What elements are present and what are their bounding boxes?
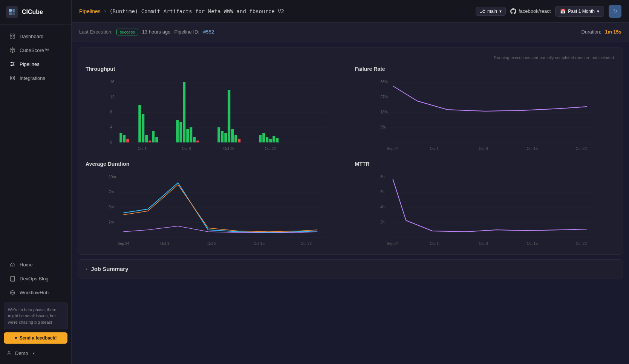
execution-info: Last Execution: success 13 hours ago Pip…: [79, 29, 214, 35]
svg-rect-0: [9, 9, 12, 12]
refresh-button[interactable]: ↻: [609, 5, 621, 18]
svg-rect-27: [142, 114, 144, 142]
svg-text:27%: 27%: [380, 95, 388, 99]
svg-text:Oct 1: Oct 1: [430, 147, 439, 151]
sidebar-item-pipelines[interactable]: Pipelines: [3, 57, 68, 71]
svg-rect-41: [224, 133, 227, 142]
time-filter-chevron-icon: ▾: [597, 9, 599, 14]
svg-point-9: [13, 64, 14, 65]
failure-rate-title: Failure Rate: [355, 66, 615, 72]
beta-message: We're in beta phase; there might be smal…: [4, 303, 67, 330]
svg-text:Sep 24: Sep 24: [387, 242, 399, 246]
pipelines-link[interactable]: Pipelines: [79, 8, 101, 14]
sidebar-item-cubescore[interactable]: CubeScore™: [3, 43, 68, 57]
pipeline-id-link[interactable]: #552: [203, 29, 214, 35]
svg-text:2m: 2m: [109, 220, 114, 224]
charts-note: Running executions and partially complet…: [86, 55, 615, 60]
svg-text:Oct 1: Oct 1: [160, 242, 169, 246]
avg-duration-title: Average Duration: [86, 161, 346, 167]
mttr-title: MTTR: [355, 161, 615, 167]
svg-rect-38: [196, 141, 199, 142]
svg-text:Oct 15: Oct 15: [526, 147, 538, 151]
sidebar-item-workflowhub[interactable]: WorkflowHub: [3, 286, 68, 300]
svg-rect-33: [179, 122, 182, 142]
svg-rect-44: [234, 135, 237, 142]
svg-rect-28: [145, 135, 148, 142]
feedback-button[interactable]: ♥ Send a feedback!: [4, 332, 67, 344]
svg-text:18%: 18%: [380, 110, 388, 114]
failure-rate-chart: Failure Rate 36% 27% 18% 9%: [355, 66, 615, 152]
sidebar-logo: CICube: [0, 0, 71, 24]
svg-rect-40: [221, 131, 223, 142]
svg-rect-6: [10, 37, 12, 38]
svg-text:Oct 1: Oct 1: [430, 242, 439, 246]
time-filter-label: Past 1 Month: [568, 9, 595, 14]
repo-name: facebook/react: [519, 8, 551, 14]
svg-rect-46: [259, 135, 262, 142]
avg-duration-chart: Average Duration 10m 7m 5m 2m: [86, 161, 346, 247]
refresh-icon: ↻: [613, 8, 617, 14]
svg-text:4h: 4h: [380, 205, 384, 209]
feedback-label: Send a feedback!: [20, 335, 57, 341]
avg-duration-svg: 10m 7m 5m 2m: [86, 171, 346, 247]
sidebar-item-integrations[interactable]: Integrations: [3, 71, 68, 85]
svg-rect-24: [123, 135, 125, 142]
svg-rect-32: [176, 120, 179, 142]
sidebar-item-home[interactable]: Home: [3, 258, 68, 272]
mttr-svg: 8h 6h 4h 2h Sep 24 Oct: [355, 171, 615, 247]
svg-text:Oct 15: Oct 15: [526, 242, 538, 246]
charts-panel: Running executions and partially complet…: [78, 47, 623, 255]
last-exec-label: Last Execution:: [79, 29, 113, 35]
svg-text:Oct 22: Oct 22: [265, 147, 276, 151]
demo-item[interactable]: Demo ▾: [0, 347, 71, 359]
svg-text:8h: 8h: [380, 175, 384, 179]
repo-link[interactable]: facebook/react: [510, 8, 551, 14]
devops-blog-label: DevOps Blog: [20, 276, 49, 281]
integrations-icon: [9, 75, 16, 81]
book-icon: [9, 275, 16, 282]
svg-rect-49: [269, 139, 272, 142]
svg-rect-4: [10, 34, 12, 36]
svg-text:36%: 36%: [380, 80, 388, 84]
svg-text:5m: 5m: [109, 205, 114, 209]
svg-text:Sep 24: Sep 24: [117, 242, 129, 246]
svg-rect-5: [13, 34, 15, 36]
svg-point-12: [8, 351, 10, 353]
svg-rect-29: [148, 141, 151, 142]
svg-text:12: 12: [110, 95, 115, 99]
github-icon: [510, 8, 516, 14]
failure-rate-svg: 36% 27% 18% 9% Sep 24 O: [355, 76, 615, 152]
pipelines-label: Pipelines: [20, 61, 40, 67]
job-summary-section[interactable]: › Job Summary: [78, 259, 623, 278]
svg-text:Oct 15: Oct 15: [223, 147, 235, 151]
svg-text:0: 0: [110, 140, 112, 144]
job-summary-title: Job Summary: [91, 266, 128, 272]
main-content: Pipelines > (Runtime) Commit Artifacts f…: [72, 0, 629, 364]
sidebar-item-dashboard[interactable]: Dashboard: [3, 29, 68, 43]
svg-rect-50: [272, 136, 275, 142]
svg-rect-37: [193, 137, 196, 142]
chevron-right-icon: ›: [86, 266, 87, 272]
sidebar-item-devops-blog[interactable]: DevOps Blog: [3, 272, 68, 286]
page-title: (Runtime) Commit Artifacts for Meta WWW …: [109, 8, 284, 14]
svg-rect-42: [228, 90, 230, 142]
svg-rect-48: [266, 137, 268, 142]
exec-time: 13 hours ago: [142, 29, 171, 35]
branch-selector[interactable]: ⎇ main ▾: [476, 7, 506, 16]
calendar-icon: 📅: [560, 9, 566, 14]
sidebar: CICube Dashboard CubeScore™ Pipelines In…: [0, 0, 72, 364]
branch-chevron-icon: ▾: [499, 9, 502, 14]
cubescore-icon: [9, 47, 16, 54]
pipeline-label: Pipeline ID:: [174, 29, 199, 35]
svg-rect-36: [190, 127, 192, 142]
svg-text:7m: 7m: [109, 190, 114, 194]
sidebar-bottom: Home DevOps Blog WorkflowHub We're in be…: [0, 253, 71, 364]
integrations-label: Integrations: [20, 75, 45, 81]
globe-icon: [9, 289, 16, 296]
svg-text:Oct 8: Oct 8: [479, 147, 488, 151]
svg-text:4: 4: [110, 125, 112, 129]
mttr-chart: MTTR 8h 6h 4h 2h: [355, 161, 615, 247]
beta-text: We're in beta phase; there might be smal…: [8, 307, 56, 324]
svg-text:Oct 8: Oct 8: [182, 147, 191, 151]
time-filter-dropdown[interactable]: 📅 Past 1 Month ▾: [555, 6, 604, 17]
